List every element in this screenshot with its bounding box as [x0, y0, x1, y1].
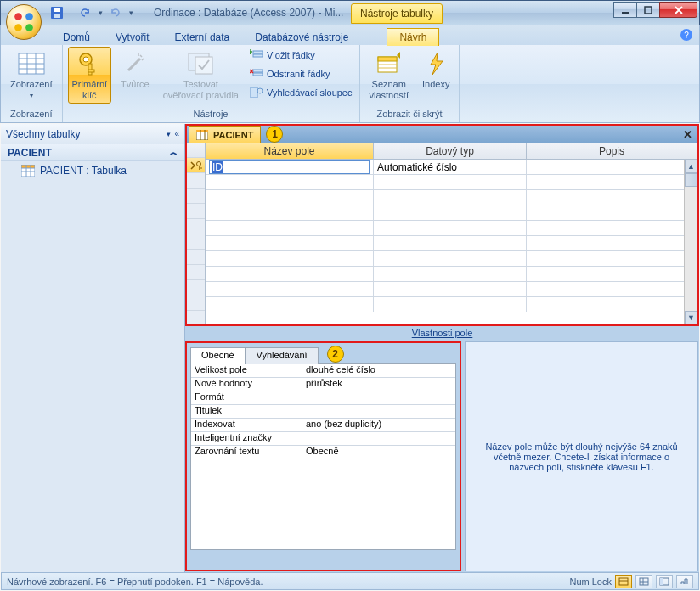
- nav-dropdown-icon[interactable]: ▾: [167, 130, 171, 138]
- office-button[interactable]: [6, 4, 42, 40]
- minimize-button[interactable]: [613, 2, 637, 18]
- lookup-icon: [250, 86, 263, 99]
- builder-button[interactable]: Tvůrce: [116, 47, 154, 93]
- svg-rect-25: [251, 87, 257, 98]
- help-icon[interactable]: ?: [680, 29, 692, 41]
- window-title: Ordinace : Databáze (Access 2007) - Mi..…: [154, 7, 343, 19]
- document-close-icon[interactable]: ✕: [683, 128, 692, 141]
- chevron-up-icon[interactable]: ︽: [170, 147, 178, 158]
- field-name-input[interactable]: ID: [206, 160, 374, 174]
- fp-row: Formát: [191, 391, 455, 405]
- svg-rect-23: [253, 70, 262, 72]
- svg-point-1: [25, 13, 33, 20]
- data-type-cell[interactable]: Automatické číslo: [374, 160, 527, 174]
- ribbon-group-tools: Primární klíč Tvůrce Testovat ověřovací …: [63, 45, 360, 122]
- undo-dropdown[interactable]: ▾: [97, 6, 104, 20]
- design-row-1[interactable]: ID Automatické číslo: [206, 160, 697, 175]
- fp-tab-lookup[interactable]: Vyhledávání: [246, 347, 319, 364]
- delete-rows-button[interactable]: Odstranit řádky: [248, 65, 354, 82]
- fp-row: Indexovatano (bez duplicity): [191, 419, 455, 432]
- qat-customize-dropdown[interactable]: ▾: [127, 6, 134, 20]
- lookup-column-button[interactable]: Vyhledávací sloupec: [248, 84, 354, 101]
- status-text: Návrhové zobrazení. F6 = Přepnutí podoke…: [7, 577, 262, 587]
- svg-rect-29: [378, 57, 397, 61]
- wand-icon: [121, 50, 149, 77]
- test-rules-button[interactable]: Testovat ověřovací pravidla: [159, 47, 243, 104]
- fp-row: Velikost poledlouhé celé číslo: [191, 364, 455, 378]
- annotation-2: 2: [327, 346, 344, 363]
- fp-row: Nové hodnotypřírůstek: [191, 378, 455, 391]
- col-header-field-name[interactable]: Název pole: [206, 143, 374, 160]
- scroll-thumb[interactable]: [685, 173, 697, 187]
- redo-icon[interactable]: [109, 6, 122, 20]
- tab-create[interactable]: Vytvořit: [103, 28, 162, 46]
- svg-rect-21: [253, 51, 262, 53]
- description-cell[interactable]: [527, 160, 697, 174]
- tab-external-data[interactable]: Externí data: [162, 28, 243, 46]
- view-datasheet-button[interactable]: [635, 575, 652, 588]
- svg-rect-38: [196, 130, 208, 132]
- ribbon: Zobrazení ▾ Zobrazení Primární klíč Tvůr…: [0, 45, 700, 123]
- nav-group-pacient[interactable]: PACIENT ︽: [1, 144, 184, 161]
- design-grid-scrollbar[interactable]: ▲ ▼: [684, 160, 697, 324]
- field-properties-panel: Obecné Vyhledávání 2 Velikost poledlouhé…: [185, 341, 461, 571]
- scroll-down-icon[interactable]: ▼: [685, 311, 697, 324]
- status-bar: Návrhové zobrazení. F6 = Přepnutí podoke…: [1, 572, 699, 590]
- tab-design[interactable]: Návrh: [387, 28, 439, 46]
- maximize-button[interactable]: [636, 2, 660, 18]
- svg-rect-50: [660, 578, 663, 585]
- work-area: PACIENT 1 ✕ Název pole Datový typ Popis: [185, 124, 699, 572]
- fp-row: Inteligentní značky: [191, 432, 455, 446]
- primary-key-button[interactable]: Primární klíč: [68, 47, 112, 104]
- row-selector-1[interactable]: [187, 158, 205, 173]
- views-button[interactable]: Zobrazení ▾: [6, 47, 57, 103]
- contextual-tab-group: Nástroje tabulky: [351, 3, 443, 24]
- datasheet-icon: [18, 50, 45, 77]
- nav-item-pacient-table[interactable]: PACIENT : Tabulka: [1, 161, 184, 180]
- view-design-button[interactable]: [615, 575, 632, 588]
- tab-home[interactable]: Domů: [50, 28, 103, 46]
- undo-icon[interactable]: [78, 6, 92, 20]
- svg-rect-6: [54, 14, 60, 18]
- table-icon: [196, 130, 208, 140]
- svg-rect-5: [54, 8, 60, 12]
- field-properties-grid[interactable]: Velikost poledlouhé celé číslo Nové hodn…: [190, 363, 456, 550]
- svg-rect-22: [253, 54, 262, 57]
- svg-rect-8: [645, 7, 652, 14]
- insert-rows-button[interactable]: Vložit řádky: [248, 47, 354, 64]
- close-button[interactable]: [659, 2, 697, 18]
- svg-point-41: [196, 161, 200, 166]
- nav-collapse-icon[interactable]: «: [174, 129, 179, 138]
- ribbon-group-views: Zobrazení ▾ Zobrazení: [1, 45, 63, 122]
- svg-point-3: [25, 24, 33, 31]
- navigation-pane: Všechny tabulky ▾ « PACIENT ︽ PACIENT : …: [1, 124, 185, 572]
- ribbon-group-showhide: Seznam vlastností Indexy Zobrazit či skr…: [360, 45, 460, 122]
- table-design-grid[interactable]: Název pole Datový typ Popis ID Automatic…: [185, 143, 699, 326]
- svg-point-2: [14, 24, 22, 31]
- view-pivot-button[interactable]: [656, 575, 673, 588]
- fp-tab-general[interactable]: Obecné: [190, 347, 246, 364]
- numlock-indicator: Num Lock: [569, 577, 612, 587]
- nav-header[interactable]: Všechny tabulky ▾ «: [1, 124, 184, 144]
- lightning-icon: [422, 50, 449, 77]
- ribbon-tabstrip: Domů Vytvořit Externí data Databázové ná…: [0, 25, 700, 45]
- scroll-up-icon[interactable]: ▲: [685, 160, 697, 173]
- field-properties-title: Vlastnosti pole: [185, 328, 699, 341]
- save-icon[interactable]: [50, 6, 64, 20]
- svg-rect-7: [622, 12, 629, 14]
- tab-database-tools[interactable]: Databázové nástroje: [242, 28, 361, 46]
- document-tab-pacient[interactable]: PACIENT: [189, 126, 261, 144]
- indexes-button[interactable]: Indexy: [418, 47, 454, 93]
- table-icon: [21, 165, 35, 177]
- svg-rect-33: [21, 165, 35, 168]
- quick-access-toolbar: ▾ ▾: [50, 5, 134, 20]
- view-chart-button[interactable]: [676, 575, 693, 588]
- svg-rect-44: [619, 578, 628, 585]
- insert-rows-icon: [250, 48, 263, 62]
- svg-line-27: [262, 93, 263, 94]
- col-header-data-type[interactable]: Datový typ: [374, 143, 527, 160]
- col-header-description[interactable]: Popis: [527, 143, 697, 160]
- document-tabbar: PACIENT 1 ✕: [185, 124, 699, 143]
- svg-point-0: [14, 13, 22, 20]
- property-sheet-button[interactable]: Seznam vlastností: [365, 47, 413, 104]
